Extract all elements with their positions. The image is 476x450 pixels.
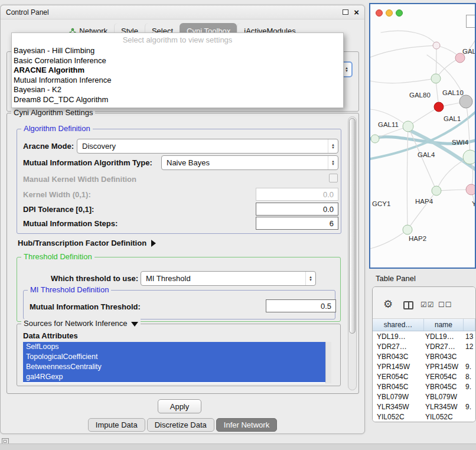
bottom-tab-discretize-data[interactable]: Discretize Data — [147, 418, 214, 432]
network-node[interactable] — [371, 135, 379, 143]
gear-icon[interactable]: ⚙ — [383, 298, 393, 311]
table-row[interactable]: YIL052CYIL052C — [373, 412, 475, 422]
network-node[interactable] — [463, 150, 476, 164]
hub-transcription-factor-toggle[interactable]: Hub/Transcription Factor Definition — [18, 239, 156, 247]
network-edge[interactable] — [407, 191, 436, 230]
hub-transcription-factor-label: Hub/Transcription Factor Definition — [18, 239, 146, 247]
network-edge[interactable] — [370, 230, 407, 249]
select-all-checkboxes-icon[interactable]: ☑☑ — [420, 301, 435, 309]
algorithm-definition-group: Algorithm Definition Aracne Mode: Discov… — [17, 129, 341, 234]
kernel-width-field[interactable]: 0.0 — [256, 188, 338, 201]
mi-steps-label: Mutual Information Steps: — [23, 219, 118, 228]
table-cell: YPR145W — [373, 363, 424, 371]
control-panel-titlebar: Control Panel × — [1, 5, 364, 19]
algorithm-option[interactable]: Bayesian - K2 — [12, 85, 343, 95]
attribute-list-item[interactable]: SelfLoops — [23, 342, 325, 352]
sources-group: Sources for Network Inference Data Attri… — [17, 324, 341, 386]
sources-group-title[interactable]: Sources for Network Inference — [21, 319, 141, 328]
expand-right-icon — [151, 240, 156, 247]
network-edge[interactable] — [381, 31, 436, 45]
table-cell: YIL052C — [373, 413, 424, 421]
node-label: GCY1 — [372, 200, 390, 207]
manual-kernel-width-checkbox[interactable] — [329, 174, 338, 182]
data-attributes-list[interactable]: SelfLoopsTopologicalCoefficientBetweenne… — [23, 342, 331, 383]
node-label: GAL10 — [442, 89, 464, 96]
network-node[interactable] — [403, 225, 412, 234]
table-cell: YBR043C — [373, 353, 424, 361]
control-panel-title: Control Panel — [6, 8, 343, 17]
dpi-tolerance-field[interactable]: 0.0 — [256, 203, 338, 216]
mi-threshold-field[interactable]: 0.5 — [266, 299, 336, 312]
table-row[interactable]: YLR345WYLR345W9. — [373, 402, 475, 412]
minimize-traffic-light-icon[interactable] — [386, 9, 393, 17]
settings-group-title: Cyni Algorithm Settings — [11, 108, 95, 117]
algorithm-option[interactable]: Bayesian - Hill Climbing — [12, 46, 343, 56]
network-node[interactable] — [433, 42, 440, 49]
node-label: GAL80 — [409, 92, 431, 99]
network-node[interactable] — [432, 186, 441, 195]
table-body: YDL19…YDL19…13YDR27…YDR27…12YBR043CYBR04… — [373, 331, 475, 422]
table-row[interactable]: YDR27…YDR27…12 — [373, 341, 475, 351]
table-cell: YBR045C — [373, 383, 424, 391]
combo-arrows-icon: ▲▼ — [328, 156, 338, 169]
deselect-all-checkboxes-icon[interactable]: ☐☐ — [438, 301, 452, 309]
network-node[interactable] — [431, 74, 441, 83]
close-panel-icon[interactable]: × — [354, 8, 359, 17]
settings-scrollbar[interactable] — [348, 116, 357, 390]
mi-algorithm-type-select[interactable]: Naive Bayes ▲▼ — [161, 155, 338, 170]
table-column-header[interactable] — [464, 319, 475, 331]
algorithm-option[interactable]: Mutual Information Inference — [12, 76, 343, 86]
cyni-algorithm-settings-group: Cyni Algorithm Settings Algorithm Defini… — [6, 113, 359, 394]
threshold-definition-title: Threshold Definition — [21, 252, 94, 261]
network-node[interactable] — [434, 102, 444, 112]
network-node[interactable] — [403, 121, 413, 132]
network-edge[interactable] — [370, 79, 436, 83]
attribute-list-item[interactable]: BetweennessCentrality — [23, 362, 325, 372]
table-row[interactable]: YPR145WYPR145W9. — [373, 361, 475, 371]
table-cell: 9. — [464, 363, 475, 371]
table-row[interactable]: YBR043CYBR043C — [373, 351, 475, 361]
network-canvas[interactable]: GAL8GAL80GAL10GAL11GAL1SWI4GAL4GCY1HAP4Y… — [370, 21, 476, 269]
table-cell: YBL079W — [373, 393, 424, 401]
table-header-row: shared…name — [373, 319, 475, 331]
table-cell: YBL079W — [424, 393, 464, 401]
table-column-header[interactable]: shared… — [373, 319, 424, 331]
mi-algorithm-type-label: Mutual Information Algorithm Type: — [23, 158, 152, 167]
aracne-mode-select[interactable]: Discovery ▲▼ — [77, 139, 338, 154]
algorithm-option[interactable]: Dream8 DC_TDC Algorithm — [12, 95, 343, 105]
network-edge[interactable] — [370, 45, 436, 57]
close-traffic-light-icon[interactable] — [376, 9, 383, 17]
settings-scrollbar-thumb[interactable] — [349, 118, 356, 334]
which-threshold-select[interactable]: MI Threshold ▲▼ — [141, 271, 316, 286]
network-edge[interactable] — [405, 128, 476, 171]
table-column-header[interactable]: name — [424, 319, 464, 331]
bottom-tab-infer-network[interactable]: Infer Network — [216, 418, 277, 432]
algorithm-option[interactable]: Basic Correlation Inference — [12, 56, 343, 66]
table-row[interactable]: YBL079WYBL079W — [373, 392, 475, 402]
table-row[interactable]: YER054CYER054C8. — [373, 371, 475, 381]
network-node[interactable] — [459, 95, 472, 108]
apply-button[interactable]: Apply — [158, 399, 201, 413]
table-cell: YLR345W — [424, 403, 464, 411]
bottom-tab-impute-data[interactable]: Impute Data — [88, 418, 145, 432]
network-edge[interactable] — [466, 102, 470, 157]
zoom-traffic-light-icon[interactable] — [396, 9, 403, 17]
attribute-list-item[interactable]: TopologicalCoefficient — [23, 352, 325, 362]
node-label: Y — [472, 200, 476, 207]
float-panel-icon[interactable] — [343, 9, 348, 15]
attributes-list-scrollbar[interactable] — [325, 342, 331, 383]
network-view-window[interactable]: GAL8GAL80GAL10GAL11GAL1SWI4GAL4GCY1HAP4Y… — [369, 3, 476, 269]
columns-icon[interactable] — [403, 301, 413, 309]
network-node[interactable] — [466, 184, 476, 195]
algorithm-option[interactable]: ARACNE Algorithm — [12, 66, 343, 76]
table-row[interactable]: YBR045CYBR045C9. — [373, 381, 475, 392]
table-cell: YLR345W — [373, 403, 424, 411]
node-label: SWI4 — [452, 139, 469, 146]
aracne-mode-label: Aracne Mode: — [23, 142, 74, 151]
table-row[interactable]: YDL19…YDL19…13 — [373, 331, 475, 341]
mi-steps-field[interactable]: 6 — [256, 217, 338, 230]
which-threshold-label: Which threshold to use: — [51, 274, 138, 283]
attribute-list-item[interactable]: gal4RGexp — [23, 372, 325, 382]
network-edge[interactable] — [407, 126, 408, 230]
mi-threshold-definition-group: MI Threshold Definition Mutual Informati… — [23, 290, 335, 319]
